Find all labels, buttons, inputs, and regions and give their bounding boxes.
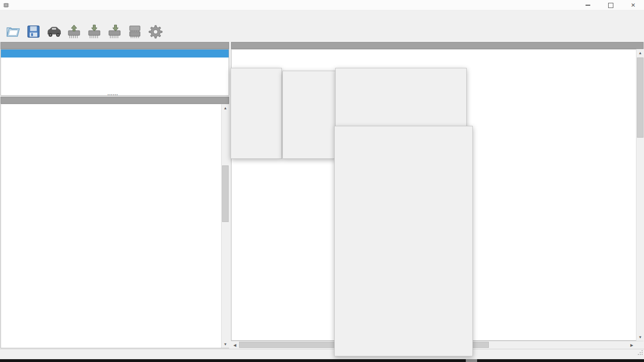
task-log-vthumb[interactable]	[637, 58, 644, 138]
scroll-down-icon[interactable]: ▼	[222, 340, 229, 348]
current-rom-metadata-header	[0, 97, 229, 104]
maximize-button[interactable]	[607, 2, 614, 8]
panel-splitter[interactable]: ••••••	[107, 94, 122, 96]
save-rom-icon[interactable]	[24, 23, 43, 41]
test-ecu-icon[interactable]	[125, 23, 144, 41]
desired-idle-rpm-window	[282, 71, 336, 159]
minimize-button[interactable]	[585, 2, 591, 8]
scroll-up-icon[interactable]: ▲	[636, 49, 644, 57]
open-rom-documents-header	[0, 42, 229, 49]
window-controls: ✕	[585, 0, 640, 10]
close-button[interactable]: ✕	[630, 2, 636, 8]
idle-stepper-window	[334, 126, 473, 356]
taskbar-edge	[0, 359, 644, 362]
status-bar	[0, 349, 644, 359]
open-rom-icon[interactable]	[4, 23, 23, 41]
read-ecu-icon[interactable]	[65, 23, 83, 41]
open-rom-documents-list	[0, 49, 229, 96]
idle-stability-window	[335, 68, 467, 127]
scroll-left-icon[interactable]: ◀	[231, 341, 239, 349]
task-info-header	[231, 42, 644, 49]
toolbar	[0, 21, 644, 41]
title-bar	[0, 0, 644, 10]
metadata-scroll-thumb[interactable]	[222, 165, 229, 222]
rom-document-item[interactable]	[1, 49, 229, 58]
vehicle-icon[interactable]	[44, 23, 63, 41]
scroll-up-icon[interactable]: ▲	[222, 104, 229, 112]
write-ecu-alt-icon[interactable]	[105, 23, 124, 41]
metadata-tree	[0, 104, 229, 348]
settings-gear-icon[interactable]	[146, 23, 165, 41]
resize-grip[interactable]	[637, 350, 643, 355]
task-log-vscrollbar[interactable]: ▲ ▼	[636, 49, 644, 341]
metadata-scrollbar[interactable]: ▲ ▼	[221, 104, 229, 348]
scroll-down-icon[interactable]: ▼	[636, 333, 644, 341]
status-vehicle-info	[627, 351, 632, 357]
scroll-right-icon[interactable]: ▶	[628, 341, 636, 349]
write-ecu-icon[interactable]	[85, 23, 104, 41]
app-chip-icon	[3, 2, 9, 8]
menu-bar	[0, 11, 644, 21]
desired-iscv-window	[231, 68, 282, 159]
